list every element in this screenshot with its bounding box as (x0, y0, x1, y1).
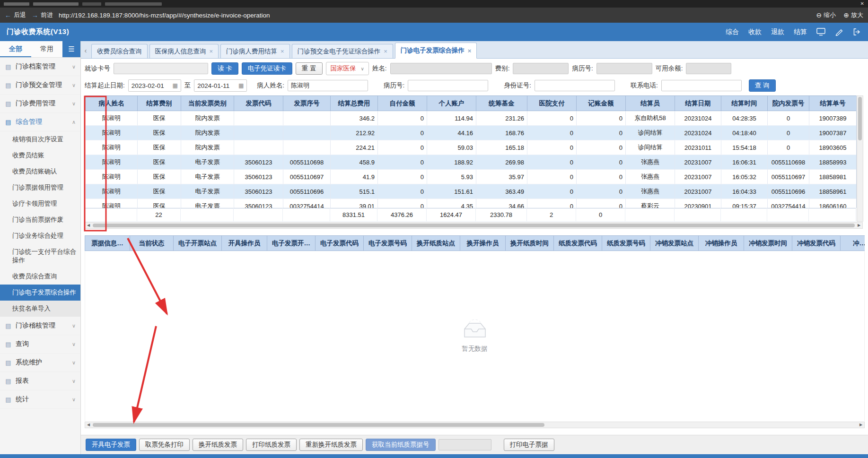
sidebar-tab-all[interactable]: 全部 (0, 41, 31, 57)
column-header[interactable]: 冲销发票时间 (744, 236, 792, 251)
h-scrollbar[interactable]: ◀ ▶ (85, 422, 865, 428)
column-header[interactable]: 发票序号 (283, 96, 331, 111)
column-header[interactable]: 冲销操作员 (699, 236, 744, 251)
collapse-sidebar-icon[interactable]: ‹ (82, 42, 89, 58)
h-scrollbar[interactable]: ◀ ▶ (85, 222, 863, 229)
column-header[interactable]: 换开纸质站点 (412, 236, 460, 251)
column-header[interactable]: 当前发票类别 (181, 96, 234, 111)
column-header[interactable]: 病人姓名 (86, 96, 138, 111)
table-row[interactable]: 陈淑明医保电子发票35060123003275441439.0104.3534.… (86, 199, 857, 208)
header-btn-refund[interactable]: 退款 (771, 28, 784, 36)
column-header[interactable]: 当前状态 (130, 236, 174, 251)
sidebar-item-settle-order-setting[interactable]: 核销项目次序设置 (0, 131, 80, 147)
column-header[interactable]: 结算时间 (721, 96, 768, 111)
date-from-input[interactable]: 2023-02-01 ▦ (128, 79, 181, 92)
scroll-left-icon[interactable]: ◀ (85, 223, 92, 228)
scroll-left-icon[interactable]: ◀ (85, 422, 92, 428)
column-header[interactable]: 纸质发票代码 (554, 236, 602, 251)
column-header[interactable]: 统筹基金 (476, 96, 527, 111)
scrollbar-thumb[interactable] (93, 423, 544, 427)
table-row[interactable]: 陈淑明医保电子发票350601230055110698458.90188.922… (86, 155, 857, 170)
table-row[interactable]: 陈淑明医保电子发票35060123005511069741.905.9335.9… (86, 170, 857, 184)
column-header[interactable]: 医院支付 (527, 96, 577, 111)
v-scrollbar[interactable] (857, 95, 863, 222)
sidebar-menu-toggle[interactable]: ☰ (62, 41, 80, 57)
back-button[interactable]: ← 后退 (5, 11, 26, 19)
sidebar-item-unified-pay[interactable]: 门诊统一支付平台综合操作 (0, 244, 80, 268)
column-header[interactable]: 冲销发票代码 (792, 236, 841, 251)
sidebar-item-cashier-settle-confirm[interactable]: 收费员结账确认 (0, 164, 80, 180)
column-header[interactable]: 开具操作员 (222, 236, 267, 251)
table-row[interactable]: 陈淑明医保电子发票350601230055110696515.10151.613… (86, 184, 857, 199)
table-row[interactable]: 陈淑明医保院内发票346.20114.94231.2600东自助机5820231… (86, 111, 857, 126)
column-header[interactable]: 冲销发票站点 (650, 236, 699, 251)
column-header[interactable]: 结算单号 (809, 96, 857, 111)
forward-button[interactable]: → 前进 (32, 11, 53, 19)
column-header[interactable]: 票据信息… (85, 236, 130, 251)
get-paper-invoice-no-button[interactable]: 获取当前纸质票据号 (366, 439, 436, 451)
record-no-query-input[interactable] (408, 80, 488, 91)
column-header[interactable]: 电子开票站点 (174, 236, 222, 251)
sidebar-item-cashier-query[interactable]: 收费员综合查询 (0, 268, 80, 285)
column-header[interactable]: 换开纸质时间 (506, 236, 554, 251)
sidebar-group-audit[interactable]: ▤ 门诊稽核管理 ∨ (0, 317, 80, 335)
column-header[interactable]: 发票代码 (234, 96, 283, 111)
sidebar-item-ticket-manage[interactable]: 门诊票据领用管理 (0, 180, 80, 196)
column-header[interactable]: 结算费别 (138, 96, 181, 111)
query-button[interactable]: 查 询 (749, 79, 776, 92)
column-header[interactable]: 纸质发票号码 (602, 236, 650, 251)
balance-input[interactable] (686, 63, 731, 74)
column-header[interactable]: 换开操作员 (460, 236, 506, 251)
sidebar-group-statistics[interactable]: ▤ 统计 ∨ (0, 390, 80, 409)
phone-input[interactable] (661, 80, 742, 91)
column-header[interactable]: 个人账户 (427, 96, 476, 111)
zoom-out-button[interactable]: ⊖ 缩小 (816, 11, 836, 19)
header-btn-collect[interactable]: 收款 (748, 28, 762, 36)
logout-icon[interactable] (853, 28, 861, 36)
column-header[interactable]: 冲… (841, 236, 865, 251)
tab-close-icon[interactable]: × (281, 48, 284, 54)
insurance-select[interactable]: 国家医保 ∨ (326, 62, 369, 75)
column-header[interactable]: 结算总费用 (331, 96, 378, 111)
name-input[interactable] (390, 63, 492, 74)
scroll-right-icon[interactable]: ▶ (858, 422, 864, 428)
address-bar[interactable]: http://192.168.189.187:8000/his-mzsf/app… (59, 12, 811, 19)
sidebar-item-business-process[interactable]: 门诊业务综合处理 (0, 228, 80, 244)
pen-icon[interactable] (835, 28, 843, 36)
tab-fee-settle[interactable]: 门诊病人费用结算× (220, 44, 290, 58)
header-btn-comprehensive[interactable]: 综合 (726, 28, 739, 36)
read-card-button[interactable]: 读 卡 (211, 62, 238, 75)
record-no-input[interactable] (596, 63, 652, 74)
column-header[interactable]: 电子发票代码 (316, 236, 364, 251)
issue-e-invoice-button[interactable]: 开具电子发票 (86, 439, 136, 451)
re-reissue-paper-invoice-button[interactable]: 重新换开纸质发票 (299, 439, 363, 451)
sidebar-item-e-invoice-operation[interactable]: 门诊电子发票综合操作 (0, 285, 80, 301)
sidebar-item-ticket-void[interactable]: 门诊当前票据作废 (0, 212, 80, 228)
table-row[interactable]: 陈淑明医保院内发票224.21059.03165.1800诊间结算2023101… (86, 140, 857, 155)
tab-close-icon[interactable]: × (384, 48, 387, 54)
card-no-input[interactable] (114, 63, 208, 74)
sidebar-group-outpatient-fee[interactable]: ▤ 门诊费用管理 ∨ (0, 95, 80, 113)
fee-type-input[interactable] (513, 63, 569, 74)
sidebar-group-archives[interactable]: ▤ 门诊档案管理 ∨ (0, 58, 80, 76)
scrollbar-thumb[interactable] (93, 224, 855, 227)
e-cert-read-button[interactable]: 电子凭证读卡 (242, 62, 292, 75)
header-btn-settle[interactable]: 结算 (794, 28, 807, 36)
reissue-paper-invoice-button[interactable]: 换开纸质发票 (193, 439, 243, 451)
table-row[interactable]: 陈淑明医保院内发票212.92044.16168.7600诊间结算2023102… (86, 126, 857, 140)
sidebar-tab-common[interactable]: 常用 (31, 41, 62, 57)
print-paper-invoice-button[interactable]: 打印纸质发票 (246, 439, 297, 451)
id-card-input[interactable] (535, 80, 615, 91)
tab-e-invoice-operation[interactable]: 门诊电子发票综合操作× (395, 43, 477, 59)
tab-prepay-e-cert[interactable]: 门诊预交金电子凭证综合操作× (292, 44, 393, 58)
patient-name-input[interactable] (288, 80, 368, 91)
date-to-input[interactable]: 2024-01-11 ▦ (194, 79, 247, 92)
scroll-right-icon[interactable]: ▶ (856, 223, 862, 228)
sidebar-item-card-manage[interactable]: 诊疗卡领用管理 (0, 196, 80, 212)
sidebar-group-synthesize[interactable]: ▤ 综合管理 ∧ (0, 113, 80, 131)
zoom-in-button[interactable]: ⊕ 放大 (843, 11, 863, 19)
sidebar-item-cashier-settle[interactable]: 收费员结账 (0, 147, 80, 164)
sidebar-group-maintenance[interactable]: ▤ 系统维护 ∨ (0, 354, 80, 372)
column-header[interactable]: 自付金额 (378, 96, 427, 111)
screen-icon[interactable] (816, 28, 825, 36)
